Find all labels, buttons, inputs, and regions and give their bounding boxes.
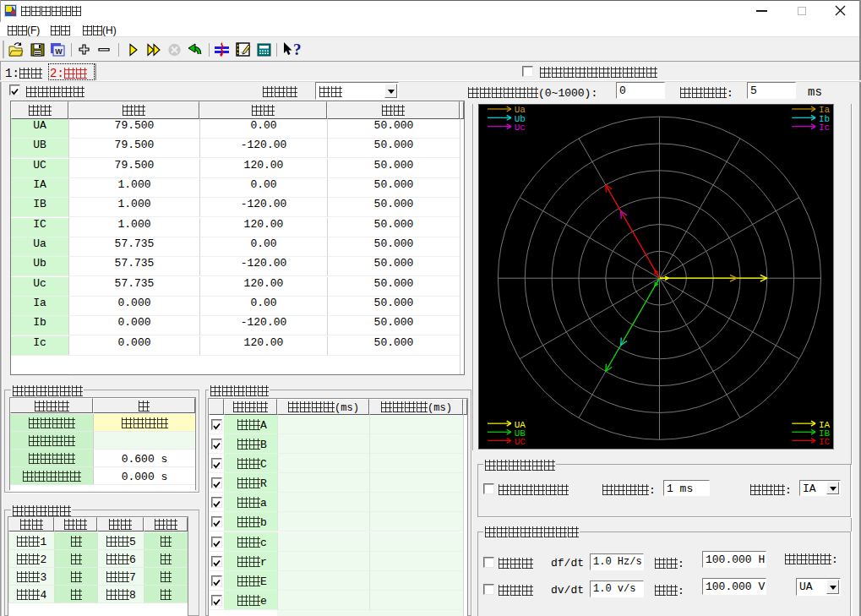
svg-text:Uc: Uc xyxy=(515,123,526,133)
svg-text:IC: IC xyxy=(819,437,831,447)
svg-text:W: W xyxy=(55,47,63,56)
svg-text:UC: UC xyxy=(515,437,526,447)
svg-text:Ic: Ic xyxy=(819,123,830,133)
svg-text:?: ? xyxy=(293,41,302,58)
